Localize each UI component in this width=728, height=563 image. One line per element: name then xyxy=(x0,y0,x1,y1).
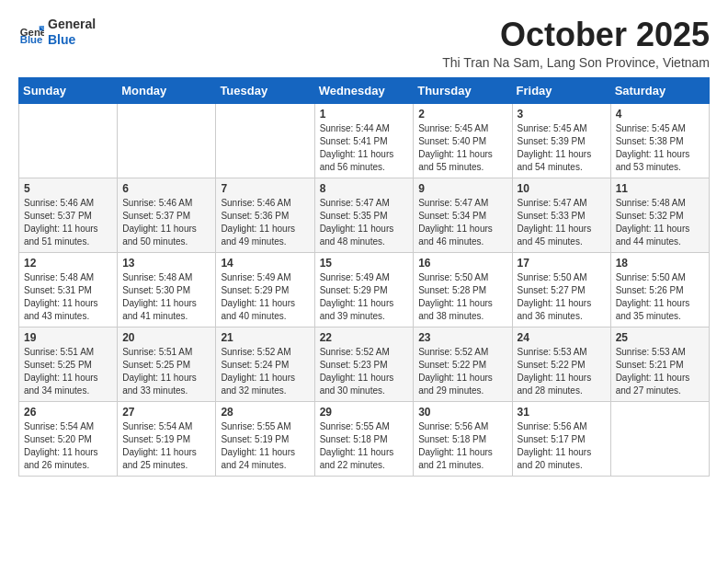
day-cell: 7Sunrise: 5:46 AMSunset: 5:36 PMDaylight… xyxy=(216,178,314,252)
day-cell: 29Sunrise: 5:55 AMSunset: 5:18 PMDayligh… xyxy=(314,401,414,476)
day-cell: 17Sunrise: 5:50 AMSunset: 5:27 PMDayligh… xyxy=(512,252,610,327)
day-number: 1 xyxy=(320,108,409,121)
day-cell: 19Sunrise: 5:51 AMSunset: 5:25 PMDayligh… xyxy=(19,327,118,401)
day-number: 3 xyxy=(518,108,606,121)
logo-icon: General Blue xyxy=(18,19,44,45)
day-cell: 24Sunrise: 5:53 AMSunset: 5:22 PMDayligh… xyxy=(512,327,610,401)
day-info: Sunrise: 5:55 AMSunset: 5:19 PMDaylight:… xyxy=(221,420,309,472)
day-cell: 31Sunrise: 5:56 AMSunset: 5:17 PMDayligh… xyxy=(512,401,610,476)
day-info: Sunrise: 5:46 AMSunset: 5:36 PMDaylight:… xyxy=(221,197,309,248)
day-info: Sunrise: 5:48 AMSunset: 5:31 PMDaylight:… xyxy=(24,271,112,323)
day-number: 15 xyxy=(320,257,409,270)
day-info: Sunrise: 5:49 AMSunset: 5:29 PMDaylight:… xyxy=(320,271,409,323)
week-row-1: 1Sunrise: 5:44 AMSunset: 5:41 PMDaylight… xyxy=(19,103,710,178)
day-cell: 25Sunrise: 5:53 AMSunset: 5:21 PMDayligh… xyxy=(610,327,709,401)
day-number: 27 xyxy=(122,406,210,419)
day-info: Sunrise: 5:52 AMSunset: 5:23 PMDaylight:… xyxy=(320,346,409,397)
day-info: Sunrise: 5:48 AMSunset: 5:32 PMDaylight:… xyxy=(616,197,704,248)
day-cell: 5Sunrise: 5:46 AMSunset: 5:37 PMDaylight… xyxy=(19,178,118,252)
day-cell: 22Sunrise: 5:52 AMSunset: 5:23 PMDayligh… xyxy=(314,327,414,401)
day-number: 16 xyxy=(418,257,506,270)
day-cell: 13Sunrise: 5:48 AMSunset: 5:30 PMDayligh… xyxy=(118,252,216,327)
day-info: Sunrise: 5:48 AMSunset: 5:30 PMDaylight:… xyxy=(122,271,210,323)
day-cell: 18Sunrise: 5:50 AMSunset: 5:26 PMDayligh… xyxy=(610,252,709,327)
day-info: Sunrise: 5:47 AMSunset: 5:34 PMDaylight:… xyxy=(418,197,506,248)
day-number: 17 xyxy=(518,257,606,270)
day-cell: 8Sunrise: 5:47 AMSunset: 5:35 PMDaylight… xyxy=(314,178,414,252)
day-cell: 6Sunrise: 5:46 AMSunset: 5:37 PMDaylight… xyxy=(118,178,216,252)
day-number: 6 xyxy=(122,182,210,195)
logo-general: General xyxy=(48,17,96,32)
day-number: 10 xyxy=(518,182,606,195)
week-row-5: 26Sunrise: 5:54 AMSunset: 5:20 PMDayligh… xyxy=(19,401,710,476)
day-cell xyxy=(216,103,314,178)
weekday-header-monday: Monday xyxy=(118,77,216,103)
week-row-4: 19Sunrise: 5:51 AMSunset: 5:25 PMDayligh… xyxy=(19,327,710,401)
weekday-header-tuesday: Tuesday xyxy=(216,77,314,103)
day-number: 19 xyxy=(24,331,112,344)
day-info: Sunrise: 5:54 AMSunset: 5:20 PMDaylight:… xyxy=(24,420,112,472)
page-header: General Blue General Blue October 2025 T… xyxy=(18,17,710,70)
day-info: Sunrise: 5:52 AMSunset: 5:24 PMDaylight:… xyxy=(221,346,309,397)
day-info: Sunrise: 5:50 AMSunset: 5:28 PMDaylight:… xyxy=(418,271,506,323)
day-info: Sunrise: 5:44 AMSunset: 5:41 PMDaylight:… xyxy=(320,122,409,174)
day-number: 12 xyxy=(24,257,112,270)
day-number: 28 xyxy=(221,406,309,419)
day-number: 11 xyxy=(616,182,704,195)
day-cell xyxy=(19,103,118,178)
day-cell: 2Sunrise: 5:45 AMSunset: 5:40 PMDaylight… xyxy=(414,103,512,178)
day-info: Sunrise: 5:45 AMSunset: 5:40 PMDaylight:… xyxy=(418,122,506,174)
week-row-3: 12Sunrise: 5:48 AMSunset: 5:31 PMDayligh… xyxy=(19,252,710,327)
day-number: 20 xyxy=(122,331,210,344)
location-subtitle: Thi Tran Na Sam, Lang Son Province, Viet… xyxy=(442,55,710,70)
day-info: Sunrise: 5:53 AMSunset: 5:22 PMDaylight:… xyxy=(518,346,606,397)
weekday-header-sunday: Sunday xyxy=(19,77,118,103)
day-info: Sunrise: 5:51 AMSunset: 5:25 PMDaylight:… xyxy=(122,346,210,397)
day-number: 21 xyxy=(221,331,309,344)
month-title: October 2025 xyxy=(442,17,710,53)
logo: General Blue General Blue xyxy=(18,17,96,48)
day-number: 9 xyxy=(418,182,506,195)
day-cell: 14Sunrise: 5:49 AMSunset: 5:29 PMDayligh… xyxy=(216,252,314,327)
day-number: 30 xyxy=(418,406,506,419)
day-info: Sunrise: 5:55 AMSunset: 5:18 PMDaylight:… xyxy=(320,420,409,472)
day-number: 26 xyxy=(24,406,112,419)
day-cell: 26Sunrise: 5:54 AMSunset: 5:20 PMDayligh… xyxy=(19,401,118,476)
day-number: 22 xyxy=(320,331,409,344)
day-cell: 1Sunrise: 5:44 AMSunset: 5:41 PMDaylight… xyxy=(314,103,414,178)
day-number: 31 xyxy=(518,406,606,419)
day-cell: 4Sunrise: 5:45 AMSunset: 5:38 PMDaylight… xyxy=(610,103,709,178)
day-cell: 21Sunrise: 5:52 AMSunset: 5:24 PMDayligh… xyxy=(216,327,314,401)
title-block: October 2025 Thi Tran Na Sam, Lang Son P… xyxy=(442,17,710,70)
day-cell: 9Sunrise: 5:47 AMSunset: 5:34 PMDaylight… xyxy=(414,178,512,252)
day-cell: 11Sunrise: 5:48 AMSunset: 5:32 PMDayligh… xyxy=(610,178,709,252)
day-info: Sunrise: 5:46 AMSunset: 5:37 PMDaylight:… xyxy=(122,197,210,248)
day-number: 13 xyxy=(122,257,210,270)
day-cell xyxy=(118,103,216,178)
day-cell: 30Sunrise: 5:56 AMSunset: 5:18 PMDayligh… xyxy=(414,401,512,476)
day-info: Sunrise: 5:53 AMSunset: 5:21 PMDaylight:… xyxy=(616,346,704,397)
day-number: 2 xyxy=(418,108,506,121)
day-cell: 12Sunrise: 5:48 AMSunset: 5:31 PMDayligh… xyxy=(19,252,118,327)
day-info: Sunrise: 5:56 AMSunset: 5:17 PMDaylight:… xyxy=(518,420,606,472)
day-info: Sunrise: 5:54 AMSunset: 5:19 PMDaylight:… xyxy=(122,420,210,472)
svg-text:Blue: Blue xyxy=(20,34,43,45)
week-row-2: 5Sunrise: 5:46 AMSunset: 5:37 PMDaylight… xyxy=(19,178,710,252)
day-cell: 20Sunrise: 5:51 AMSunset: 5:25 PMDayligh… xyxy=(118,327,216,401)
day-info: Sunrise: 5:51 AMSunset: 5:25 PMDaylight:… xyxy=(24,346,112,397)
day-cell: 28Sunrise: 5:55 AMSunset: 5:19 PMDayligh… xyxy=(216,401,314,476)
weekday-header-thursday: Thursday xyxy=(414,77,512,103)
day-info: Sunrise: 5:50 AMSunset: 5:27 PMDaylight:… xyxy=(518,271,606,323)
day-cell: 10Sunrise: 5:47 AMSunset: 5:33 PMDayligh… xyxy=(512,178,610,252)
day-cell: 16Sunrise: 5:50 AMSunset: 5:28 PMDayligh… xyxy=(414,252,512,327)
day-number: 14 xyxy=(221,257,309,270)
day-number: 18 xyxy=(616,257,704,270)
day-number: 5 xyxy=(24,182,112,195)
day-info: Sunrise: 5:47 AMSunset: 5:33 PMDaylight:… xyxy=(518,197,606,248)
weekday-header-saturday: Saturday xyxy=(610,77,709,103)
day-cell: 27Sunrise: 5:54 AMSunset: 5:19 PMDayligh… xyxy=(118,401,216,476)
day-number: 4 xyxy=(616,108,704,121)
day-number: 24 xyxy=(518,331,606,344)
day-cell: 23Sunrise: 5:52 AMSunset: 5:22 PMDayligh… xyxy=(414,327,512,401)
day-cell: 3Sunrise: 5:45 AMSunset: 5:39 PMDaylight… xyxy=(512,103,610,178)
